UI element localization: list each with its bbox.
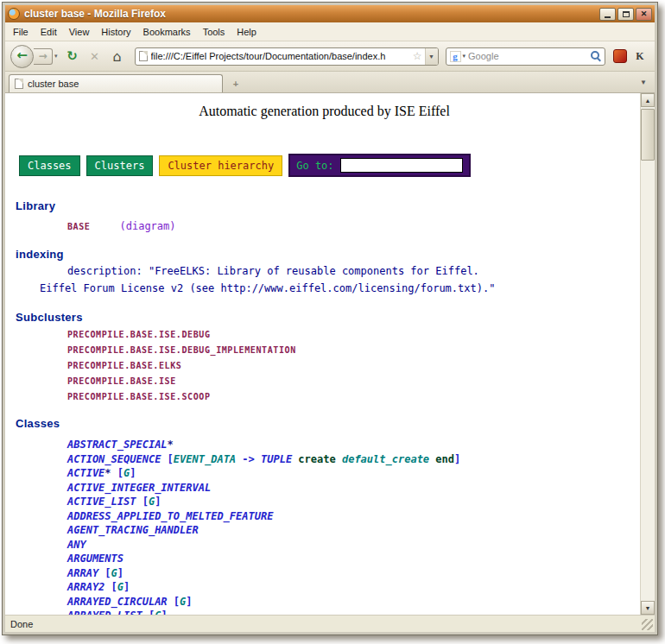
scrollbar-thumb[interactable] <box>641 109 655 161</box>
class-link[interactable]: ACTIVE_INTEGER_INTERVAL <box>67 482 211 494</box>
history-dropdown-icon[interactable]: ▾ <box>54 53 58 60</box>
class-link[interactable]: ABSTRACT_SPECIAL <box>67 439 168 451</box>
class-link[interactable]: ARRAY <box>67 567 98 579</box>
menu-tools[interactable]: Tools <box>197 24 231 40</box>
close-button[interactable]: ✕ <box>636 8 652 21</box>
code-segment: ] <box>117 567 124 579</box>
tab-label: cluster base <box>28 79 79 89</box>
reload-button[interactable]: ↻ <box>62 46 83 66</box>
class-entry: ANY <box>67 538 635 552</box>
scrollbar-track[interactable] <box>641 107 655 601</box>
subclusters-heading: Subclusters <box>16 311 635 324</box>
new-tab-button[interactable]: + <box>228 76 244 91</box>
search-input[interactable] <box>468 51 591 61</box>
vertical-scrollbar[interactable]: ▲ ▼ <box>640 93 655 615</box>
code-segment: default_create <box>342 453 429 465</box>
address-dropdown-button[interactable]: ▼ <box>425 48 438 65</box>
search-bar[interactable]: g ▾ <box>446 47 606 66</box>
subcluster-link[interactable]: PRECOMPILE.BASE.ISE.DEBUG <box>67 330 635 339</box>
code-segment: end <box>435 453 454 465</box>
class-entry: ARRAY [G] <box>67 566 635 581</box>
bookmark-star-icon[interactable]: ☆ <box>413 50 422 62</box>
menu-help[interactable]: Help <box>231 24 263 40</box>
library-cluster-name[interactable]: BASE <box>67 222 90 231</box>
stop-button[interactable]: ✕ <box>85 46 105 66</box>
search-magnifier-icon[interactable] <box>591 51 601 61</box>
goto-label: Go to: <box>296 160 333 172</box>
menu-file[interactable]: File <box>7 24 35 40</box>
tab-cluster-base[interactable]: cluster base <box>9 74 223 92</box>
code-segment: -> <box>236 453 261 465</box>
address-bar[interactable]: ☆ ▼ <box>135 47 439 66</box>
class-link[interactable]: ANY <box>67 539 86 551</box>
page-banner: Automatic generation produced by ISE Eif… <box>14 104 635 119</box>
class-entry: ACTION_SEQUENCE [EVENT_DATA -> TUPLE cre… <box>67 452 635 467</box>
subcluster-link[interactable]: PRECOMPILE.BASE.ISE.SCOOP <box>67 392 635 401</box>
library-entry: BASE(diagram) <box>67 220 635 232</box>
minimize-icon <box>605 16 611 18</box>
extension-red-icon[interactable] <box>613 49 627 63</box>
code-segment: [ <box>111 467 124 479</box>
tab-page-icon <box>15 79 23 89</box>
code-segment: * <box>104 467 111 479</box>
menu-history[interactable]: History <box>95 24 136 40</box>
classes-heading: Classes <box>16 417 635 430</box>
doc-button-classes[interactable]: Classes <box>19 155 80 176</box>
scroll-down-icon[interactable]: ▼ <box>641 601 655 615</box>
goto-box: Go to: <box>288 154 470 177</box>
code-segment: [ <box>104 581 117 593</box>
forward-button[interactable]: → <box>34 48 53 65</box>
class-entry: ACTIVE_LIST [G] <box>67 495 635 509</box>
menu-edit[interactable]: Edit <box>35 24 63 40</box>
code-segment: * <box>168 439 174 451</box>
subcluster-link[interactable]: PRECOMPILE.BASE.ISE.DEBUG_IMPLEMENTATION <box>67 345 635 355</box>
diagram-link[interactable]: (diagram) <box>119 220 175 232</box>
stop-icon: ✕ <box>90 50 99 63</box>
address-input[interactable] <box>151 51 410 61</box>
subcluster-link[interactable]: PRECOMPILE.BASE.ELKS <box>67 361 635 370</box>
class-entry: ARGUMENTS <box>67 552 635 566</box>
doc-button-row: ClassesClustersCluster hierarchy Go to: <box>19 154 635 177</box>
class-link[interactable]: ARRAYED_CIRCULAR <box>67 596 168 608</box>
menu-bookmarks[interactable]: Bookmarks <box>137 24 197 40</box>
class-link[interactable]: ACTIVE_LIST <box>67 496 136 508</box>
google-icon: g <box>450 51 461 62</box>
class-entry: ACTIVE* [G] <box>67 466 635 481</box>
goto-input[interactable] <box>340 158 463 173</box>
library-heading: Library <box>16 199 635 212</box>
resize-grip[interactable] <box>642 619 653 630</box>
class-link[interactable]: AGENT_TRACING_HANDLER <box>67 524 199 536</box>
doc-button-clusters[interactable]: Clusters <box>86 155 154 176</box>
menu-view[interactable]: View <box>63 24 96 40</box>
code-segment: G <box>111 567 117 579</box>
site-favicon <box>139 51 148 61</box>
class-link[interactable]: ARRAY2 <box>67 581 104 593</box>
maximize-button[interactable] <box>618 8 634 21</box>
class-link[interactable]: TUPLE <box>261 453 292 465</box>
indexing-description: description: "FreeELKS: Library of reusa… <box>14 264 635 295</box>
forward-arrow-icon: → <box>38 50 47 62</box>
scroll-up-icon[interactable]: ▲ <box>641 93 655 107</box>
back-forward-group: ← → ▾ <box>10 45 60 68</box>
doc-nav-buttons: ClassesClustersCluster hierarchy <box>19 155 288 176</box>
page-content: Automatic generation produced by ISE Eif… <box>5 93 640 615</box>
title-bar[interactable]: cluster base - Mozilla Firefox ✕ <box>5 5 655 22</box>
class-link[interactable]: ADDRESS_APPLIED_TO_MELTED_FEATURE <box>67 510 273 522</box>
class-link[interactable]: ACTION_SEQUENCE <box>67 453 161 465</box>
minimize-button[interactable] <box>599 8 616 21</box>
list-all-tabs-button[interactable]: ▼ <box>636 75 650 89</box>
indexing-heading: indexing <box>16 248 635 261</box>
subcluster-link[interactable]: PRECOMPILE.BASE.ISE <box>67 376 635 386</box>
class-link[interactable]: ARGUMENTS <box>67 552 124 565</box>
class-entry: ARRAY2 [G] <box>67 580 635 595</box>
class-link[interactable]: ACTIVE <box>67 467 104 479</box>
doc-button-cluster-hierarchy[interactable]: Cluster hierarchy <box>159 155 282 176</box>
extension-k-icon[interactable]: K <box>633 49 647 63</box>
code-segment: ] <box>130 467 136 479</box>
content-area: Automatic generation produced by ISE Eif… <box>5 93 655 615</box>
search-engine-dropdown-icon[interactable]: ▾ <box>463 53 466 60</box>
code-segment: [ <box>168 596 180 608</box>
home-button[interactable]: ⌂ <box>107 46 128 66</box>
back-button[interactable]: ← <box>10 45 34 68</box>
code-segment <box>336 453 342 465</box>
